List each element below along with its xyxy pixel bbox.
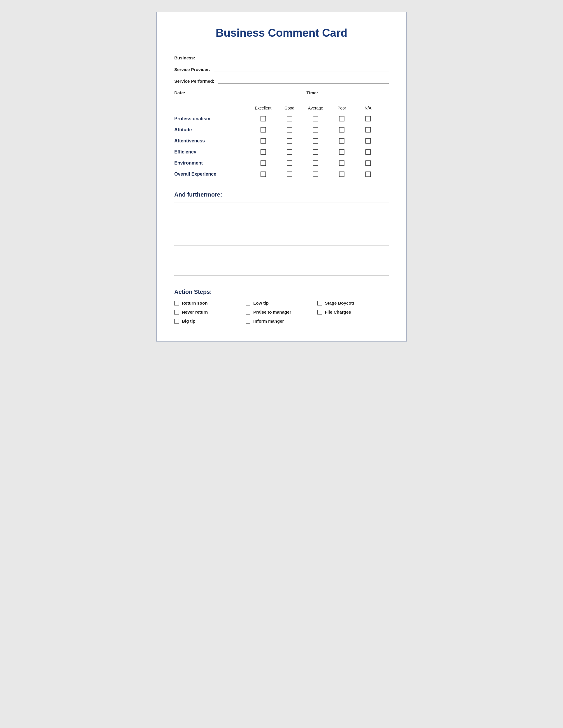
checkbox-eff-poor[interactable] (339, 149, 345, 155)
checkbox-eff-na[interactable] (366, 149, 371, 155)
action-grid: Return soon Low tip Stage Boycott Never … (174, 301, 389, 324)
furthermore-text-area-1[interactable] (174, 206, 389, 224)
checkbox-prof-good[interactable] (287, 116, 292, 121)
checkbox-att-poor[interactable] (339, 127, 345, 132)
checkbox-eff-good[interactable] (287, 149, 292, 155)
checkbox-overall-poor[interactable] (339, 172, 345, 177)
action-item-low-tip: Low tip (246, 301, 317, 305)
service-performed-input[interactable] (218, 77, 389, 84)
checkbox-att-good[interactable] (287, 127, 292, 132)
action-item-empty (317, 319, 389, 324)
service-performed-field-row: Service Performed: (174, 77, 389, 84)
time-field: Time: (307, 89, 389, 95)
divider-1 (174, 202, 389, 202)
col-poor: Poor (329, 106, 355, 110)
checkbox-inform-manager[interactable] (246, 319, 250, 324)
time-input[interactable] (322, 89, 389, 95)
action-item-file-charges: File Charges (317, 310, 389, 314)
row-label-overall: Overall Experience (174, 172, 250, 177)
label-never-return: Never return (182, 310, 208, 314)
furthermore-text-area-2[interactable] (174, 228, 389, 245)
checkboxes-efficiency (250, 149, 389, 155)
label-big-tip: Big tip (182, 319, 195, 324)
date-field: Date: (174, 89, 298, 95)
checkbox-big-tip[interactable] (174, 319, 179, 324)
checkbox-stage-boycott[interactable] (317, 301, 322, 305)
checkbox-eff-excellent[interactable] (260, 149, 266, 155)
checkbox-atten-excellent[interactable] (260, 138, 266, 144)
checkbox-att-excellent[interactable] (260, 127, 266, 132)
row-label-professionalism: Professionalism (174, 116, 250, 121)
comment-card: Business Comment Card Business: Service … (156, 12, 407, 342)
rating-section: Excellent Good Average Poor N/A Professi… (174, 106, 389, 180)
business-input[interactable] (199, 54, 389, 60)
label-file-charges: File Charges (325, 310, 351, 314)
date-input[interactable] (189, 89, 298, 95)
action-item-inform-manager: Inform manger (246, 319, 317, 324)
checkbox-env-poor[interactable] (339, 160, 345, 166)
rating-row-attentiveness: Attentiveness (174, 135, 389, 146)
checkbox-file-charges[interactable] (317, 310, 322, 314)
checkbox-prof-na[interactable] (366, 116, 371, 121)
checkbox-env-na[interactable] (366, 160, 371, 166)
checkboxes-overall (250, 172, 389, 177)
checkbox-never-return[interactable] (174, 310, 179, 314)
rating-row-environment: Environment (174, 158, 389, 169)
checkbox-eff-average[interactable] (313, 149, 318, 155)
checkbox-atten-na[interactable] (366, 138, 371, 144)
action-item-big-tip: Big tip (174, 319, 246, 324)
checkbox-praise-manager[interactable] (246, 310, 250, 314)
page-title: Business Comment Card (174, 27, 389, 39)
rating-row-attitude: Attitude (174, 124, 389, 135)
checkbox-env-average[interactable] (313, 160, 318, 166)
action-item-return-soon: Return soon (174, 301, 246, 305)
action-steps-title: Action Steps: (174, 289, 389, 295)
label-return-soon: Return soon (182, 301, 207, 305)
checkbox-prof-excellent[interactable] (260, 116, 266, 121)
action-item-praise-manager: Praise to manager (246, 310, 317, 314)
business-label: Business: (174, 55, 195, 60)
label-low-tip: Low tip (253, 301, 269, 305)
checkbox-prof-poor[interactable] (339, 116, 345, 121)
checkboxes-environment (250, 160, 389, 166)
row-label-environment: Environment (174, 160, 250, 166)
service-provider-input[interactable] (213, 66, 389, 72)
date-time-row: Date: Time: (174, 89, 389, 95)
label-stage-boycott: Stage Boycott (325, 301, 354, 305)
row-label-attentiveness: Attentiveness (174, 138, 250, 144)
service-provider-field-row: Service Provider: (174, 66, 389, 72)
col-excellent: Excellent (250, 106, 276, 110)
action-section: Action Steps: Return soon Low tip Stage … (174, 289, 389, 324)
checkboxes-attentiveness (250, 138, 389, 144)
checkbox-atten-good[interactable] (287, 138, 292, 144)
time-label: Time: (307, 90, 318, 95)
checkbox-overall-na[interactable] (366, 172, 371, 177)
label-inform-manager: Inform manger (253, 319, 284, 324)
business-field-row: Business: (174, 54, 389, 60)
checkbox-overall-good[interactable] (287, 172, 292, 177)
label-praise-manager: Praise to manager (253, 310, 291, 314)
checkbox-att-average[interactable] (313, 127, 318, 132)
checkbox-prof-average[interactable] (313, 116, 318, 121)
checkbox-att-na[interactable] (366, 127, 371, 132)
action-item-never-return: Never return (174, 310, 246, 314)
checkbox-low-tip[interactable] (246, 301, 250, 305)
service-performed-label: Service Performed: (174, 79, 214, 84)
rating-row-professionalism: Professionalism (174, 113, 389, 124)
checkbox-return-soon[interactable] (174, 301, 179, 305)
checkbox-overall-average[interactable] (313, 172, 318, 177)
action-item-stage-boycott: Stage Boycott (317, 301, 389, 305)
furthermore-text-area-3[interactable] (174, 250, 389, 276)
checkbox-env-good[interactable] (287, 160, 292, 166)
furthermore-section: And furthermore: (174, 191, 389, 276)
col-na: N/A (355, 106, 381, 110)
checkbox-env-excellent[interactable] (260, 160, 266, 166)
checkbox-atten-average[interactable] (313, 138, 318, 144)
col-average: Average (303, 106, 329, 110)
rating-header: Excellent Good Average Poor N/A (174, 106, 389, 110)
checkboxes-professionalism (250, 116, 389, 121)
checkbox-atten-poor[interactable] (339, 138, 345, 144)
row-label-efficiency: Efficiency (174, 149, 250, 155)
checkboxes-attitude (250, 127, 389, 132)
checkbox-overall-excellent[interactable] (260, 172, 266, 177)
